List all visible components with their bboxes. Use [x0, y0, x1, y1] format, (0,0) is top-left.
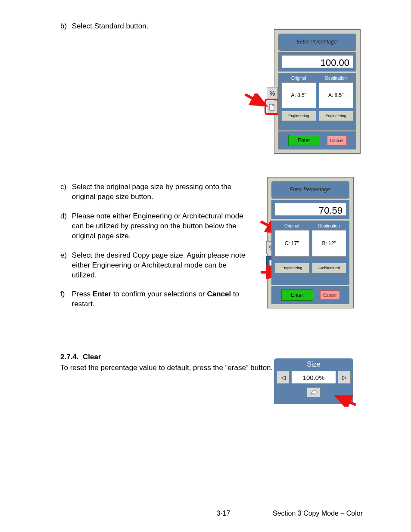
panel1-destination-header: Destination	[319, 76, 354, 81]
step-d-text: Please note either Engineering or Archit…	[72, 212, 253, 241]
panel1-destination-size-button[interactable]: A: 8.5"	[319, 82, 354, 108]
panel2-enter-button[interactable]: Enter	[281, 289, 313, 301]
panel1-destination-mode-button[interactable]: Engineering	[319, 111, 354, 121]
percentage-panel-2: Enter Percentage: 70.59 % Original Desti…	[267, 177, 354, 308]
step-c-text: Select the original page size by pressin…	[72, 182, 253, 202]
step-f-text: Press Enter to confirm your selections o…	[72, 289, 253, 309]
percentage-panel-1: Enter Percentage: 100.00 % Original Dest…	[274, 29, 361, 154]
panel1-enter-button[interactable]: Enter	[288, 135, 320, 146]
panel2-value[interactable]: 70.59	[274, 203, 346, 216]
page-number: 3-17	[216, 510, 230, 517]
step-f-label: f)	[60, 289, 70, 299]
panel1-value[interactable]: 100.00	[281, 55, 353, 68]
callout-arrow-icon	[334, 394, 359, 407]
svg-line-1	[245, 94, 266, 106]
panel1-original-mode-button[interactable]: Engineering	[281, 111, 316, 121]
footer-section: Section 3 Copy Mode – Color	[273, 510, 363, 517]
panel2-cancel-button[interactable]: Cancel	[320, 290, 340, 300]
size-panel: Size ◁ 100.0% ▷	[274, 358, 353, 404]
step-d-label: d)	[60, 212, 70, 221]
panel2-original-size-button[interactable]: C: 17"	[274, 230, 309, 257]
panel2-destination-mode-button[interactable]: Architectural	[312, 263, 347, 273]
step-b-label: b)	[60, 22, 70, 31]
panel2-original-mode-button[interactable]: Engineering	[274, 263, 309, 273]
page-footer: 3-17 Section 3 Copy Mode – Color	[48, 506, 363, 517]
step-b-text: Select Standard button.	[72, 22, 253, 31]
panel1-title: Enter Percentage:	[279, 34, 356, 45]
callout-arrow-icon	[244, 93, 269, 111]
size-increase-button[interactable]: ▷	[338, 371, 351, 384]
panel1-original-header: Original	[281, 76, 316, 81]
panel1-cancel-button[interactable]: Cancel	[327, 136, 347, 145]
panel1-original-size-button[interactable]: A: 8.5"	[281, 82, 316, 108]
size-value[interactable]: 100.0%	[291, 371, 336, 384]
eraser-icon	[310, 390, 318, 395]
step-c-label: c)	[60, 182, 70, 192]
step-e-label: e)	[60, 251, 70, 261]
panel2-title: Enter Percentage:	[272, 182, 349, 193]
svg-line-5	[336, 396, 356, 405]
erase-button[interactable]	[307, 387, 321, 398]
step-e-text: Select the desired Copy page size. Again…	[72, 251, 253, 280]
panel2-destination-header: Destination	[312, 224, 347, 228]
triangle-left-icon: ◁	[281, 374, 286, 381]
size-title: Size	[274, 358, 353, 371]
panel2-original-header: Original	[274, 224, 309, 228]
panel2-destination-size-button[interactable]: B: 12"	[312, 230, 347, 257]
size-decrease-button[interactable]: ◁	[277, 371, 290, 384]
triangle-right-icon: ▷	[342, 374, 347, 381]
